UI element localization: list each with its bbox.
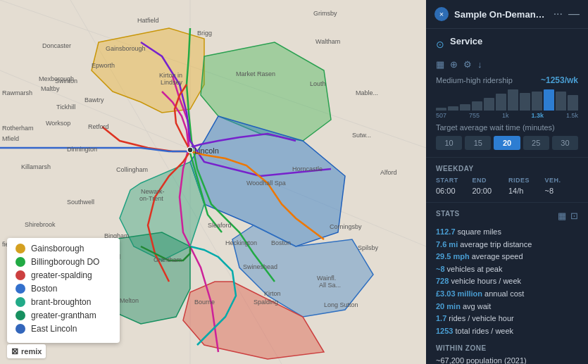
legend-dot-brant <box>15 297 25 307</box>
hist-bar-6 <box>508 89 518 111</box>
rawmarsh-label: Rawmarsh <box>2 89 32 96</box>
legend-label-brant: brant-broughton <box>31 297 91 307</box>
panel-title: Sample On-Demand Z... <box>454 9 548 20</box>
wait-btn-20[interactable]: 20 <box>494 136 520 150</box>
stat-population: ~67,200 population (2021) <box>436 355 578 364</box>
lincoln-marker[interactable] <box>187 147 193 153</box>
epworth-label: Epworth <box>92 62 115 69</box>
stat-speed: 29.5 mph average speed <box>436 251 578 263</box>
panel-menu-button[interactable]: ··· <box>553 8 563 20</box>
bourne-label: Bourne <box>194 299 215 306</box>
horncastle-label: Horncastle <box>292 165 323 172</box>
panel-minimize-button[interactable]: — <box>568 8 580 20</box>
stats-expand-icon[interactable]: ⊡ <box>570 211 578 221</box>
hist-bar-9 <box>544 89 554 111</box>
hist-label-0: 507 <box>436 112 446 119</box>
sch-val-start: 06:00 <box>436 187 470 195</box>
schedule-row-weekday: 06:00 20:00 14/h ~8 <box>436 187 578 195</box>
dinnington-label: Dinnington <box>67 146 97 153</box>
wait-time-label: Target average wait time (minutes) <box>436 123 578 132</box>
woodhall-label: Woodhall Spa <box>246 180 286 187</box>
legend-label-gainsborough: Gainsborough <box>31 244 84 253</box>
stat-sq-miles: 112.7 square miles <box>436 226 578 239</box>
stats-section: STATS ▦ ⊡ 112.7 square miles 7.6 mi aver… <box>426 203 588 364</box>
spilsby-label: Spilsby <box>358 244 379 251</box>
stats-icons: ▦ ⊡ <box>558 211 578 221</box>
wait-btn-30[interactable]: 30 <box>552 136 578 150</box>
brigg-label: Brigg <box>197 30 212 37</box>
hist-bar-7 <box>520 93 530 111</box>
killamarsh-label: Killamarsh <box>21 163 51 170</box>
grantham-label: Grantham <box>154 256 182 263</box>
remix-logo-icon: ⊠ <box>11 346 18 356</box>
hist-bar-8 <box>532 92 542 111</box>
close-icon: × <box>439 10 444 18</box>
retford-label: Retford <box>88 123 109 130</box>
mfield-label: Mfield <box>2 135 19 142</box>
gainsborough-label: Gainsborough <box>106 45 146 52</box>
legend-dot-boston <box>15 284 25 294</box>
collingham-label: Collingham <box>116 166 148 173</box>
map-area[interactable]: Lincoln Gainsborough Hatfield Brigg Donc… <box>0 0 426 364</box>
panel-close-button[interactable]: × <box>434 7 449 21</box>
sch-val-end: 20:00 <box>473 187 506 195</box>
ridership-histogram <box>436 89 578 111</box>
sch-val-rides: 14/h <box>508 187 542 195</box>
legend-dot-eastlincoln <box>15 324 25 334</box>
hist-bar-2 <box>460 104 470 111</box>
nav-gear-icon[interactable]: ⚙ <box>463 59 472 70</box>
legend-label-eastlincoln: East Lincoln <box>31 324 77 334</box>
hist-label-4: 1.5k <box>566 112 578 119</box>
hist-bar-0 <box>436 108 446 111</box>
wait-btn-15[interactable]: 15 <box>465 136 491 150</box>
schedule-header: START END RIDES VEH. <box>436 177 578 184</box>
newark-label: Newark- <box>141 188 165 195</box>
stat-avg-wait: 20 min avg wait <box>436 301 578 313</box>
market-rasen-label: Market Rasen <box>236 70 275 77</box>
wainfleet-label: Wainfl. <box>317 275 336 282</box>
louth-label: Louth <box>310 80 326 87</box>
wait-btn-10[interactable]: 10 <box>436 136 462 150</box>
service-section-title: Service <box>450 36 482 46</box>
map-legend: Gainsborough Billingborough DO greater-s… <box>7 238 120 343</box>
histogram-labels: 507 755 1k 1.3k 1.5k <box>436 112 578 119</box>
doncaster-label: Doncaster <box>42 42 71 49</box>
shirebrook-label: Shirebrook <box>25 221 56 228</box>
schedule-label: Weekday <box>436 165 578 172</box>
legend-label-grantham: greater-grantham <box>31 310 96 320</box>
sleaford-label: Sleaford <box>208 222 232 229</box>
mable-label: Mable... <box>356 89 378 96</box>
legend-item-billingborough: Billingborough DO <box>15 257 111 267</box>
hist-bar-11 <box>568 95 578 111</box>
rotherham-label: Rotherham <box>2 125 34 132</box>
hist-label-2: 1k <box>502 112 509 119</box>
grimsby-label: Grimsby <box>313 10 337 17</box>
tickhill-label: Tickhill <box>56 103 75 111</box>
nav-clock-icon[interactable]: ⊙ <box>436 39 444 50</box>
stat-annual-cost: £3.03 million annual cost <box>436 288 578 301</box>
bawtry-label: Bawtry <box>85 96 104 103</box>
schedule-section: Weekday START END RIDES VEH. 06:00 20:00… <box>426 158 588 203</box>
ridership-label: Medium-high ridership <box>436 76 513 84</box>
stats-table-icon[interactable]: ▦ <box>558 211 566 221</box>
panel-header: × Sample On-Demand Z... ··· — <box>426 0 588 29</box>
nav-pin-icon[interactable]: ⊕ <box>450 59 458 70</box>
legend-item-gainsborough: Gainsborough <box>15 244 111 253</box>
newark-label2: on-Trent <box>139 195 163 202</box>
within-zone-title: WITHIN ZONE <box>436 344 578 352</box>
wait-btn-25[interactable]: 25 <box>523 136 549 150</box>
legend-item-spalding: greater-spalding <box>15 270 111 280</box>
nav-calendar-icon[interactable]: ▦ <box>436 59 444 70</box>
swineshead-label: Swineshead <box>243 263 277 270</box>
panel-content: ⊙ Service ▦ ⊕ ⚙ ↓ Medium-high ridership … <box>426 29 588 364</box>
nav-download-icon[interactable]: ↓ <box>477 59 482 70</box>
sch-col-rides: RIDES <box>508 177 542 184</box>
ridership-value: ~1253/wk <box>541 75 578 85</box>
legend-label-boston: Boston <box>31 284 57 294</box>
hatfield-label: Hatfield <box>137 17 159 24</box>
stats-header: STATS ▦ ⊡ <box>436 210 578 222</box>
hist-label-3: 1.3k <box>531 112 544 119</box>
all-saints-label: All Sa... <box>319 282 341 289</box>
swinton-label: Swinton <box>55 77 77 84</box>
legend-label-spalding: greater-spalding <box>31 270 92 280</box>
